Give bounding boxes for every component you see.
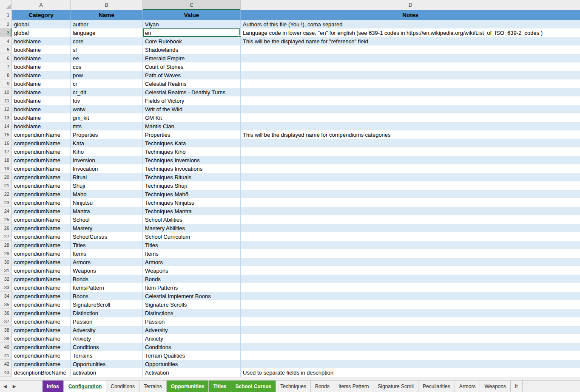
cell-C9[interactable]: Celestial Realms bbox=[143, 79, 241, 88]
sheet-tab-armors[interactable]: Armors bbox=[455, 381, 480, 392]
cell-A39[interactable]: compendiumName bbox=[12, 334, 71, 343]
cell-A19[interactable]: compendiumName bbox=[12, 164, 71, 173]
sheet-tab-techniques[interactable]: Techniques bbox=[276, 381, 311, 392]
cell-A17[interactable]: compendiumName bbox=[12, 147, 71, 156]
cell-A24[interactable]: compendiumName bbox=[12, 207, 71, 215]
cell-A14[interactable]: bookName bbox=[12, 122, 71, 130]
cell-C1-value-header[interactable]: Value bbox=[143, 10, 241, 20]
cell-D28[interactable] bbox=[241, 241, 580, 249]
cell-C25[interactable]: School Abilities bbox=[143, 215, 241, 224]
tabs-scroll-right-icon[interactable]: ▶ bbox=[13, 384, 16, 389]
cell-C33[interactable]: Item Patterns bbox=[143, 283, 241, 292]
cell-B15[interactable]: Properties bbox=[71, 130, 143, 139]
cell-D11[interactable] bbox=[241, 96, 580, 105]
cell-D43[interactable]: Used to separate fields in description bbox=[241, 368, 580, 377]
cell-B13[interactable]: gm_kit bbox=[71, 113, 143, 122]
select-all-corner[interactable] bbox=[0, 0, 12, 10]
cell-B31[interactable]: Weapons bbox=[71, 266, 143, 275]
cell-A10[interactable]: bookName bbox=[12, 88, 71, 96]
cell-A37[interactable]: compendiumName bbox=[12, 317, 71, 326]
sheet-tab-bonds[interactable]: Bonds bbox=[311, 381, 334, 392]
cell-B9[interactable]: cr bbox=[71, 79, 143, 88]
cell-D26[interactable] bbox=[241, 224, 580, 232]
cell-C36[interactable]: Distinctions bbox=[143, 309, 241, 317]
cell-A43[interactable]: descriptionBlocName bbox=[12, 368, 71, 377]
cell-D20[interactable] bbox=[241, 173, 580, 181]
row-header-26[interactable]: 26 bbox=[0, 224, 12, 232]
cell-D16[interactable] bbox=[241, 139, 580, 147]
cell-A21[interactable]: compendiumName bbox=[12, 181, 71, 190]
cell-A11[interactable]: bookName bbox=[12, 96, 71, 105]
tabs-scroll-left-icon[interactable]: ◀ bbox=[3, 384, 7, 389]
row-header-22[interactable]: 22 bbox=[0, 190, 12, 198]
cell-A36[interactable]: compendiumName bbox=[12, 309, 71, 317]
cell-A12[interactable]: bookName bbox=[12, 105, 71, 113]
cell-D14[interactable] bbox=[241, 122, 580, 130]
row-header-7[interactable]: 7 bbox=[0, 62, 12, 71]
column-header-c-selected[interactable]: C bbox=[143, 0, 241, 10]
cell-D8[interactable] bbox=[241, 71, 580, 79]
row-header-27[interactable]: 27 bbox=[0, 232, 12, 241]
cell-B36[interactable]: Distinction bbox=[71, 309, 143, 317]
cell-D15[interactable]: This will be the displayed name for comp… bbox=[241, 130, 580, 139]
cell-B1-name-header[interactable]: Name bbox=[71, 10, 143, 20]
cell-B22[interactable]: Maho bbox=[71, 190, 143, 198]
row-header-24[interactable]: 24 bbox=[0, 207, 12, 215]
row-header-34[interactable]: 34 bbox=[0, 292, 12, 300]
fill-handle[interactable] bbox=[239, 35, 241, 38]
row-header-33[interactable]: 33 bbox=[0, 283, 12, 292]
cell-B17[interactable]: Kiho bbox=[71, 147, 143, 156]
cell-D7[interactable] bbox=[241, 62, 580, 71]
cell-A4[interactable]: bookName bbox=[12, 37, 71, 45]
cell-B5[interactable]: sl bbox=[71, 45, 143, 54]
cell-C43[interactable]: Activation bbox=[143, 368, 241, 377]
sheet-tab-titles[interactable]: Titles bbox=[209, 381, 231, 392]
cell-D3[interactable]: Language code in lower case, "en" for en… bbox=[241, 28, 580, 37]
cell-A3[interactable]: global bbox=[12, 28, 71, 37]
cell-B3[interactable]: language bbox=[71, 28, 143, 37]
cell-A35[interactable]: compendiumName bbox=[12, 300, 71, 309]
cell-A42[interactable]: compendiumName bbox=[12, 360, 71, 368]
cell-D24[interactable] bbox=[241, 207, 580, 215]
cell-A23[interactable]: compendiumName bbox=[12, 198, 71, 207]
cell-C30[interactable]: Armors bbox=[143, 258, 241, 266]
cell-D23[interactable] bbox=[241, 198, 580, 207]
row-header-42[interactable]: 42 bbox=[0, 360, 12, 368]
cell-B43[interactable]: activation bbox=[71, 368, 143, 377]
row-header-13[interactable]: 13 bbox=[0, 113, 12, 122]
cell-B32[interactable]: Bonds bbox=[71, 275, 143, 283]
cell-C24[interactable]: Techniques Mantra bbox=[143, 207, 241, 215]
cell-B27[interactable]: SchoolCursus bbox=[71, 232, 143, 241]
row-header-2[interactable]: 2 bbox=[0, 20, 12, 28]
cell-B18[interactable]: Inversion bbox=[71, 156, 143, 164]
cell-B8[interactable]: pow bbox=[71, 71, 143, 79]
sheet-tab-signature-scroll[interactable]: Signature Scroll bbox=[373, 381, 418, 392]
cell-B6[interactable]: ee bbox=[71, 54, 143, 62]
cell-C20[interactable]: Techniques Rituals bbox=[143, 173, 241, 181]
cell-A28[interactable]: compendiumName bbox=[12, 241, 71, 249]
cell-C13[interactable]: GM Kit bbox=[143, 113, 241, 122]
cell-D36[interactable] bbox=[241, 309, 580, 317]
row-header-10[interactable]: 10 bbox=[0, 88, 12, 96]
cell-C34[interactable]: Celestial Implement Boons bbox=[143, 292, 241, 300]
cell-B40[interactable]: Conditions bbox=[71, 343, 143, 351]
sheet-tab-configuration[interactable]: Configuration bbox=[64, 381, 107, 392]
cell-C11[interactable]: Fields of Victory bbox=[143, 96, 241, 105]
cell-B38[interactable]: Adversity bbox=[71, 326, 143, 334]
cell-C21[interactable]: Techniques Shuji bbox=[143, 181, 241, 190]
sheet-tab-weapons[interactable]: Weapons bbox=[480, 381, 510, 392]
cell-B12[interactable]: wotw bbox=[71, 105, 143, 113]
cell-D33[interactable] bbox=[241, 283, 580, 292]
cell-D37[interactable] bbox=[241, 317, 580, 326]
cell-D31[interactable] bbox=[241, 266, 580, 275]
row-header-41[interactable]: 41 bbox=[0, 351, 12, 360]
row-header-12[interactable]: 12 bbox=[0, 105, 12, 113]
row-header-35[interactable]: 35 bbox=[0, 300, 12, 309]
cell-C27[interactable]: School Curriculum bbox=[143, 232, 241, 241]
cell-B25[interactable]: School bbox=[71, 215, 143, 224]
cell-B30[interactable]: Armors bbox=[71, 258, 143, 266]
cell-B42[interactable]: Opportunities bbox=[71, 360, 143, 368]
row-header-4[interactable]: 4 bbox=[0, 37, 12, 45]
cell-B4[interactable]: core bbox=[71, 37, 143, 45]
row-header-39[interactable]: 39 bbox=[0, 334, 12, 343]
